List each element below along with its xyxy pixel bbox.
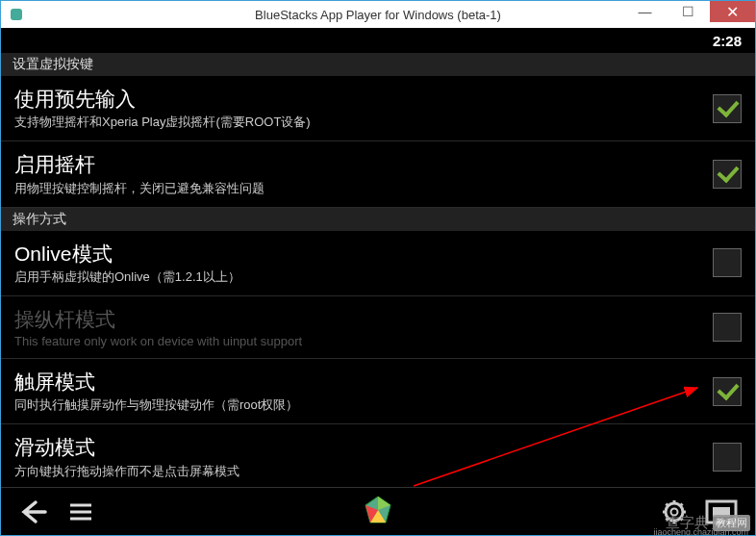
svg-line-10 [667, 503, 669, 506]
window-minimize-button[interactable]: — [623, 1, 667, 22]
window-maximize-button[interactable]: ☐ [667, 1, 710, 22]
setting-title: 滑动模式 [14, 434, 713, 460]
app-icon [9, 7, 24, 22]
section-header-operation-mode: 操作方式 [1, 208, 755, 231]
svg-line-12 [680, 503, 683, 506]
bottom-nav [1, 487, 755, 535]
window-titlebar: BlueStacks App Player for Windows (beta-… [1, 1, 755, 28]
setting-title: 操纵杆模式 [14, 306, 713, 332]
checkbox-enable-joystick[interactable] [713, 160, 742, 189]
setting-title: Onlive模式 [14, 241, 713, 267]
watermark-text: 查字典 [666, 514, 709, 532]
svg-rect-0 [11, 9, 22, 20]
setting-desc: This feature only work on device with ui… [14, 334, 713, 348]
menu-icon[interactable] [68, 501, 93, 523]
setting-swipe-mode[interactable]: 滑动模式 方向键执行拖动操作而不是点击屏幕模式 [1, 424, 755, 490]
setting-onlive-mode[interactable]: Onlive模式 启用手柄虚拟键的Onlive（需1.2.1以上） [1, 231, 755, 296]
watermark: 查字典 教程网 [666, 514, 750, 532]
clock: 2:28 [713, 33, 742, 49]
checkbox-touch-mode[interactable] [713, 377, 742, 406]
setting-priority-input[interactable]: 使用预先输入 支持物理摇杆和Xperia Play虚拟摇杆(需要ROOT设备) [1, 76, 755, 141]
checkbox-swipe-mode[interactable] [713, 443, 742, 472]
status-bar: 2:28 [1, 28, 755, 53]
checkbox-priority-input[interactable] [713, 94, 742, 123]
setting-title: 使用预先输入 [14, 86, 713, 112]
window-title: BlueStacks App Player for Windows (beta-… [255, 8, 501, 22]
section-header-virtual-keys: 设置虚拟按键 [1, 53, 755, 76]
setting-enable-joystick[interactable]: 启用摇杆 用物理按键控制摇杆，关闭已避免兼容性问题 [1, 141, 755, 207]
window-close-button[interactable]: ✕ [710, 1, 755, 22]
setting-desc: 启用手柄虚拟键的Onlive（需1.2.1以上） [14, 268, 713, 286]
setting-desc: 同时执行触摸屏动作与物理按键动作（需root权限） [14, 396, 713, 414]
setting-desc: 支持物理摇杆和Xperia Play虚拟摇杆(需要ROOT设备) [14, 114, 713, 131]
setting-touch-mode[interactable]: 触屏模式 同时执行触摸屏动作与物理按键动作（需root权限） [1, 359, 755, 424]
checkbox-joystick-mode [713, 313, 742, 342]
setting-title: 触屏模式 [14, 369, 713, 395]
watermark-box: 教程网 [713, 515, 750, 531]
setting-title: 启用摇杆 [14, 151, 713, 177]
back-icon[interactable] [18, 498, 47, 525]
checkbox-onlive-mode[interactable] [713, 248, 742, 277]
setting-desc: 用物理按键控制摇杆，关闭已避免兼容性问题 [14, 180, 713, 197]
setting-joystick-mode: 操纵杆模式 This feature only work on device w… [1, 296, 755, 359]
setting-desc: 方向键执行拖动操作而不是点击屏幕模式 [14, 463, 713, 480]
home-icon[interactable] [362, 494, 394, 530]
